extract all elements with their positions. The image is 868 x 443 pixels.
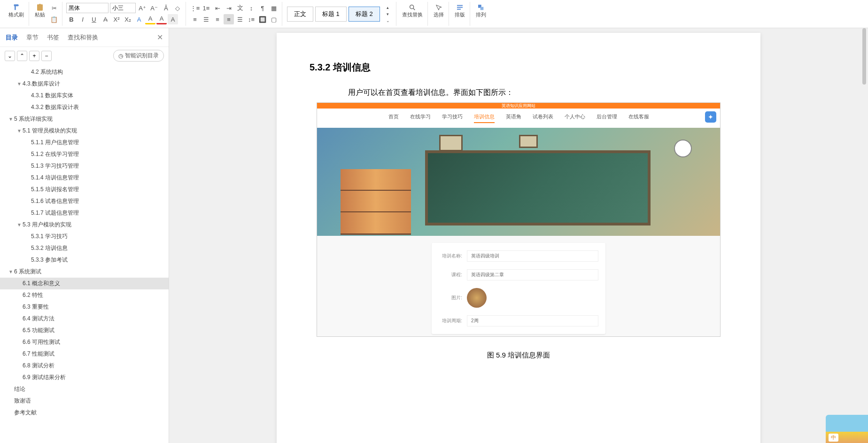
toc-item[interactable]: 6.6 可用性测试 [0, 336, 169, 348]
copy-button[interactable]: 📋 [49, 14, 59, 24]
toc-item[interactable]: 4.3.2 数据库设计表 [0, 101, 169, 113]
clear-format-button[interactable]: ◇ [172, 3, 183, 13]
italic-button[interactable]: I [78, 14, 88, 24]
remove-item-button[interactable]: − [41, 51, 52, 61]
style-scroll-up[interactable]: ▴ [383, 4, 393, 11]
text-effects-button[interactable]: A [134, 14, 144, 24]
number-list-button[interactable]: 1≡ [201, 3, 211, 13]
toc-item[interactable]: 5.1.1 用户信息管理 [0, 137, 169, 148]
bold-button[interactable]: B [66, 14, 77, 24]
document-area[interactable]: 5.3.2 培训信息 用户可以在首页查看培训信息。界面如下图所示： 英语知识应用… [169, 28, 868, 443]
highlight-button[interactable]: A [145, 14, 155, 24]
embed-nav-item: 试卷列表 [533, 113, 553, 123]
find-replace-button[interactable]: 查找替换 [400, 3, 425, 19]
border-style-button[interactable]: ▢ [269, 14, 279, 24]
font-name-select[interactable] [66, 3, 108, 13]
strikethrough-button[interactable]: A̶ [100, 14, 110, 24]
toc-item[interactable]: 5.3.3 参加考试 [0, 254, 169, 266]
subscript-button[interactable]: X₂ [123, 14, 133, 24]
borders-button[interactable]: ▦ [269, 3, 279, 13]
tab-bookmark[interactable]: 书签 [47, 33, 59, 42]
toc-item[interactable]: ▼6 系统测试 [0, 266, 169, 278]
form-course-value: 英语四级第二章 [467, 269, 598, 280]
decrease-indent-button[interactable]: ⇤ [212, 3, 223, 13]
float-assistant-widget[interactable]: 中 [826, 415, 868, 443]
align-right-button[interactable]: ≡ [212, 14, 223, 24]
distribute-button[interactable]: ☰ [235, 14, 245, 24]
toc-tree[interactable]: 4.2 系统结构▼4.3.数据库设计4.3.1 数据库实体4.3.2 数据库设计… [0, 64, 169, 443]
toc-item[interactable]: 5.1.4 培训信息管理 [0, 172, 169, 184]
layout-button[interactable]: 排版 [453, 3, 467, 19]
expand-button[interactable]: ⌃ [17, 51, 27, 61]
smart-toc-button[interactable]: ◷ 智能识别目录 [113, 50, 164, 62]
toc-item[interactable]: ▼5.3 用户模块的实现 [0, 219, 169, 231]
close-panel-icon[interactable]: ✕ [157, 33, 163, 42]
superscript-button[interactable]: X² [111, 14, 122, 24]
align-left-button[interactable]: ≡ [190, 14, 200, 24]
toc-item[interactable]: 结论 [0, 383, 169, 395]
align-justify-button[interactable]: ≡ [224, 14, 234, 24]
embed-nav-item: 英语角 [506, 113, 521, 123]
toc-item[interactable]: 5.1.6 试卷信息管理 [0, 195, 169, 207]
style-scroll-down[interactable]: ▾ [383, 11, 393, 17]
toc-item[interactable]: 4.3.1 数据库实体 [0, 90, 169, 101]
collapse-button[interactable]: ⌄ [5, 51, 15, 61]
text-direction-button[interactable]: 文 [235, 3, 245, 13]
scroll-thumb[interactable] [862, 28, 866, 85]
style-heading2[interactable]: 标题 2 [349, 7, 380, 22]
font-color-button[interactable]: A [156, 14, 167, 24]
toc-item[interactable]: 5.1.7 试题信息管理 [0, 207, 169, 219]
tab-toc[interactable]: 目录 [6, 33, 18, 42]
toc-item[interactable]: 4.2 系统结构 [0, 66, 169, 78]
decrease-font-button[interactable]: A⁻ [149, 3, 159, 13]
toc-item[interactable]: 5.1.2 在线学习管理 [0, 148, 169, 160]
toc-item[interactable]: 5.3.1 学习技巧 [0, 231, 169, 242]
toc-item[interactable]: 6.8 测试分析 [0, 360, 169, 372]
body-paragraph: 用户可以在首页查看培训信息。界面如下图所示： [333, 88, 728, 98]
toc-item[interactable]: 6.4 测试方法 [0, 313, 169, 325]
fill-color-button[interactable]: 🔲 [257, 14, 268, 24]
format-painter-button[interactable]: 格式刷 [7, 3, 26, 19]
toc-item[interactable]: 6.3 重要性 [0, 301, 169, 313]
font-size-select[interactable] [110, 3, 136, 13]
line-spacing-button[interactable]: ↕≡ [246, 14, 256, 24]
increase-font-button[interactable]: A⁺ [137, 3, 147, 13]
toc-item[interactable]: ▼4.3.数据库设计 [0, 78, 169, 90]
show-marks-button[interactable]: ¶ [257, 3, 268, 13]
align-center-button[interactable]: ☰ [201, 14, 211, 24]
form-period-value: 2周 [467, 315, 598, 326]
toc-item[interactable]: 6.5 功能测试 [0, 325, 169, 336]
toc-item[interactable]: ▼5 系统详细实现 [0, 113, 169, 125]
cut-button[interactable]: ✂ [49, 3, 59, 13]
paste-button[interactable]: 粘贴 [33, 3, 47, 24]
toc-item[interactable]: 6.9 测试结果分析 [0, 372, 169, 383]
add-item-button[interactable]: + [29, 51, 39, 61]
toc-item[interactable]: 5.1.3 学习技巧管理 [0, 160, 169, 172]
bird-icon: ✦ [705, 111, 716, 123]
embed-nav-item: 在线客服 [628, 113, 649, 123]
toc-item[interactable]: 6.7 性能测试 [0, 348, 169, 360]
style-heading1[interactable]: 标题 1 [315, 7, 347, 22]
shading-button[interactable]: A [168, 14, 178, 24]
toc-item[interactable]: 6.1 概念和意义 [0, 278, 169, 289]
style-normal[interactable]: 正文 [287, 7, 313, 22]
svg-rect-1 [457, 5, 463, 6]
style-expand[interactable]: ⌄ [383, 17, 393, 24]
vertical-scrollbar[interactable] [862, 28, 867, 443]
bullet-list-button[interactable]: ⋮≡ [190, 3, 200, 13]
toc-item[interactable]: 5.3.2 培训信息 [0, 242, 169, 254]
underline-button[interactable]: U [89, 14, 99, 24]
toc-item[interactable]: 参考文献 [0, 407, 169, 419]
change-case-button[interactable]: Ǎ [161, 3, 171, 13]
increase-indent-button[interactable]: ⇥ [224, 3, 234, 13]
toc-item[interactable]: 致谢语 [0, 395, 169, 407]
toc-item[interactable]: ▼5.1 管理员模块的实现 [0, 125, 169, 137]
select-button[interactable]: 选择 [432, 3, 446, 19]
toc-item[interactable]: 5.1.5 培训报名管理 [0, 184, 169, 195]
svg-rect-2 [457, 7, 463, 8]
sort-button[interactable]: ↕ [246, 3, 256, 13]
tab-find[interactable]: 查找和替换 [68, 33, 98, 42]
tab-chapter[interactable]: 章节 [26, 33, 39, 42]
arrange-button[interactable]: 排列 [474, 3, 488, 19]
toc-item[interactable]: 6.2 特性 [0, 289, 169, 301]
